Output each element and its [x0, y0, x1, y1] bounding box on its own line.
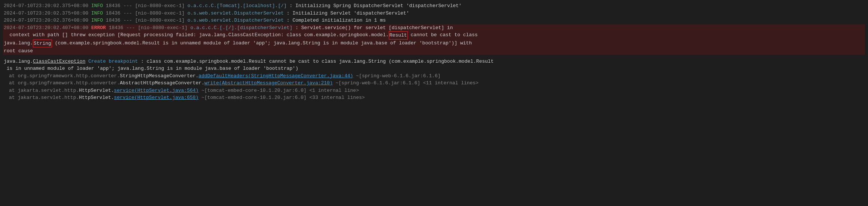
- stack-frame-2: at org.springframework.http.converter.Ab…: [3, 79, 865, 87]
- stack-jar-1: ~[spring-web-6.1.6.jar:6.1.6]: [353, 72, 441, 80]
- error-cont-text-2: cannot be cast to class: [408, 31, 478, 40]
- error-cont-3: root cause: [3, 47, 865, 55]
- error-cont-text-1: context with path [] threw exception [Re…: [10, 31, 389, 40]
- log-line-1: 2024-07-10T23:20:02.375+08:00 INFO 18436…: [3, 2, 865, 10]
- stack-jar-2: ~[spring-web-6.1.6.jar:6.1.6]: [333, 79, 420, 87]
- thread-4: [nio-8080-exec-1]: [138, 24, 188, 32]
- timestamp-2: 2024-07-10T23:20:02.375+08:00: [4, 10, 88, 17]
- exception-message: : class com.example.springbook.model.Res…: [138, 58, 494, 65]
- stack-frame-3: at jakarta.servlet.http.HttpServlet.serv…: [3, 87, 865, 94]
- create-breakpoint-link[interactable]: Create breakpoint: [85, 58, 138, 65]
- log-line-4-error: 2024-07-10T23:20:02.407+08:00 ERROR 1843…: [3, 24, 865, 32]
- level-3: INFO: [91, 17, 103, 24]
- level-2: INFO: [91, 10, 103, 17]
- stack-link-3[interactable]: service(HttpServlet.java:564): [114, 87, 198, 94]
- stack-internal-4: <33 internal lines>: [307, 94, 365, 102]
- error-cont-1: context with path [] threw exception [Re…: [3, 31, 865, 40]
- message-4: : Servlet.service() for servlet [dispatc…: [292, 24, 453, 32]
- stack-jar-3: ~[tomcat-embed-core-10.1.20.jar:6.0]: [198, 87, 307, 94]
- error-cont-2: java.lang.String (com.example.springbook…: [3, 40, 865, 48]
- pid-4: 18436: [109, 24, 123, 32]
- exception-message-2: is in unnamed module of loader 'app'; ja…: [4, 65, 298, 72]
- exception-class-prefix: java.lang.: [4, 58, 33, 65]
- pid-3: 18436: [106, 17, 120, 24]
- message-1: : Initializing Spring DispatcherServlet …: [287, 2, 462, 10]
- pid-1: 18436: [106, 2, 120, 10]
- stack-at-3: at jakarta.servlet.http.: [9, 87, 79, 94]
- root-cause-text: root cause: [4, 47, 33, 55]
- pid-2: 18436: [106, 10, 120, 17]
- result-highlight: Result: [389, 31, 408, 40]
- logger-4: o.a.c.c.C.[.[/].[dispatcherServlet]: [190, 24, 292, 32]
- string-highlight: String: [33, 40, 52, 48]
- separator: [3, 55, 865, 58]
- stack-link-2[interactable]: write(AbstractHttpMessageConverter.java:…: [204, 79, 333, 87]
- logger-2: o.s.web.servlet.DispatcherServlet: [188, 10, 284, 17]
- stack-at-1: at org.springframework.http.converter.: [9, 72, 120, 80]
- stack-frame-1: at org.springframework.http.converter.St…: [3, 72, 865, 80]
- thread-1: [nio-8080-exec-1]: [135, 2, 185, 10]
- log-area: 2024-07-10T23:20:02.375+08:00 INFO 18436…: [0, 2, 868, 102]
- error-line2-end: (com.example.springbook.model.Result is …: [52, 40, 472, 48]
- stack-method-2: AbstractHttpMessageConverter.: [120, 79, 204, 87]
- stack-method-3: HttpServlet.: [79, 87, 114, 94]
- timestamp-4: 2024-07-10T23:20:02.407+08:00: [4, 24, 88, 32]
- exception-class-name: ClassCastException: [33, 58, 85, 65]
- level-4: ERROR: [91, 24, 106, 32]
- thread-2: [nio-8080-exec-1]: [135, 10, 185, 17]
- stack-at-4: at jakarta.servlet.http.: [9, 94, 79, 102]
- message-3: : Completed initialization in 1 ms: [284, 17, 386, 24]
- logger-3: o.s.web.servlet.DispatcherServlet: [188, 17, 284, 24]
- stack-jar-4: ~[tomcat-embed-core-10.1.20.jar:6.0]: [198, 94, 307, 102]
- stack-frame-4: at jakarta.servlet.http.HttpServlet.serv…: [3, 94, 865, 102]
- message-2: : Initializing Servlet 'dispatcherServle…: [284, 10, 409, 17]
- exception-line-2: is in unnamed module of loader 'app'; ja…: [3, 65, 865, 72]
- stack-link-4[interactable]: service(HttpServlet.java:658): [114, 94, 198, 102]
- log-line-3: 2024-07-10T23:20:02.376+08:00 INFO 18436…: [3, 17, 865, 24]
- error-line2-start: java.lang.: [4, 40, 33, 48]
- stack-link-1[interactable]: addDefaultHeaders(StringHttpMessageConve…: [198, 72, 353, 80]
- level-1: INFO: [91, 2, 103, 10]
- stack-method-4: HttpServlet.: [79, 94, 114, 102]
- timestamp-1: 2024-07-10T23:20:02.375+08:00: [4, 2, 88, 10]
- thread-3: [nio-8080-exec-1]: [135, 17, 185, 24]
- stack-method-1: StringHttpMessageConverter.: [120, 72, 198, 80]
- log-line-2: 2024-07-10T23:20:02.375+08:00 INFO 18436…: [3, 10, 865, 17]
- exception-line: java.lang.ClassCastException Create brea…: [3, 58, 865, 65]
- logger-1: o.a.c.c.C.[Tomcat].[localhost].[/]: [188, 2, 287, 10]
- stack-at-2: at org.springframework.http.converter.: [9, 79, 120, 87]
- timestamp-3: 2024-07-10T23:20:02.376+08:00: [4, 17, 88, 24]
- stack-internal-3: <1 internal line>: [307, 87, 359, 94]
- stack-internal-2: <11 internal lines>: [420, 79, 478, 87]
